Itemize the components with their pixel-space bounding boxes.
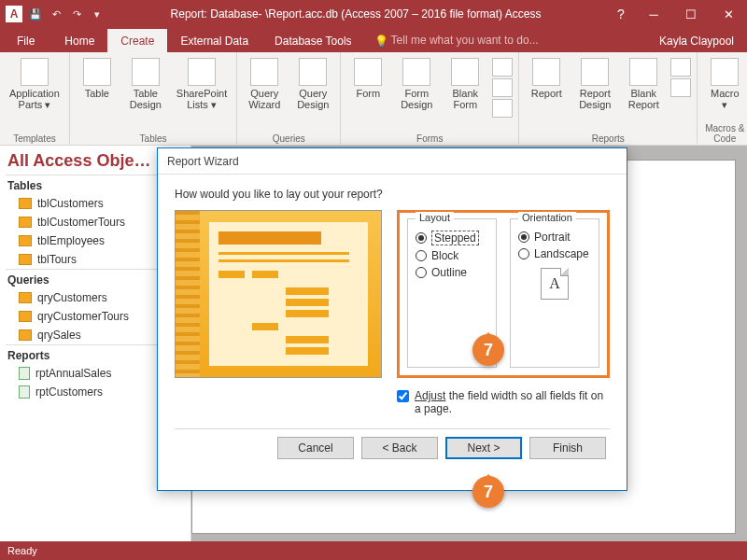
radio-portrait[interactable]: Portrait xyxy=(518,229,591,245)
table-button[interactable]: Table xyxy=(76,56,119,133)
report-wizard-dialog: Report Wizard How would you like to lay … xyxy=(157,147,627,491)
back-button[interactable]: < Back xyxy=(361,437,438,459)
group-queries: Queries xyxy=(273,133,305,144)
next-button[interactable]: Next > xyxy=(445,437,522,459)
orientation-preview-icon: A xyxy=(541,268,569,300)
tab-database-tools[interactable]: Database Tools xyxy=(261,29,365,52)
close-button[interactable]: ✕ xyxy=(710,0,747,28)
title-bar: A 💾 ↶ ↷ ▾ Report: Database- \Report.acc.… xyxy=(0,0,747,28)
user-name[interactable]: Kayla Claypool xyxy=(646,35,747,52)
app-icon: A xyxy=(6,6,22,22)
report-icon xyxy=(19,385,30,399)
tab-home[interactable]: Home xyxy=(51,29,107,52)
help-button[interactable]: ? xyxy=(607,7,635,21)
status-bar: Ready xyxy=(0,541,747,560)
cancel-button[interactable]: Cancel xyxy=(277,437,354,459)
radio-stepped[interactable]: Stepped xyxy=(416,229,488,247)
query-icon xyxy=(19,311,32,322)
group-macros: Macros & Code xyxy=(703,122,746,144)
radio-outline[interactable]: Outline xyxy=(416,264,488,281)
form-button[interactable]: Form xyxy=(346,56,389,133)
status-text: Ready xyxy=(7,545,37,556)
undo-icon[interactable]: ↶ xyxy=(49,7,63,21)
save-icon[interactable]: 💾 xyxy=(28,7,43,21)
dialog-question: How would you like to lay out your repor… xyxy=(175,188,610,201)
tell-me-search[interactable]: 💡 Tell me what you want to do... xyxy=(365,28,646,52)
report-icon xyxy=(19,367,30,380)
orientation-fieldset: Orientation Portrait Landscape A xyxy=(510,218,599,368)
layout-preview xyxy=(175,210,382,378)
tab-external-data[interactable]: External Data xyxy=(167,29,261,52)
report-button[interactable]: Report xyxy=(525,56,568,133)
table-icon xyxy=(19,235,32,246)
group-tables: Tables xyxy=(140,133,167,144)
callout-badge-next: 7 xyxy=(472,476,504,508)
reports-more[interactable] xyxy=(670,56,691,133)
table-icon xyxy=(19,254,32,265)
qat-dropdown-icon[interactable]: ▾ xyxy=(90,7,105,21)
ribbon-tabs: File Home Create External Data Database … xyxy=(0,28,747,52)
table-icon xyxy=(19,217,32,228)
adjust-width-input[interactable] xyxy=(397,390,409,402)
table-design-button[interactable]: TableDesign xyxy=(124,56,167,133)
form-design-button[interactable]: FormDesign xyxy=(395,56,438,133)
query-icon xyxy=(19,329,32,341)
tab-file[interactable]: File xyxy=(0,29,51,52)
radio-landscape[interactable]: Landscape xyxy=(518,245,591,262)
application-parts-button[interactable]: ApplicationParts ▾ xyxy=(6,56,63,133)
group-forms: Forms xyxy=(416,133,443,144)
query-icon xyxy=(19,292,32,303)
blank-report-button[interactable]: BlankReport xyxy=(622,56,665,133)
table-icon xyxy=(19,198,32,209)
dialog-title: Report Wizard xyxy=(158,148,627,175)
minimize-button[interactable]: ─ xyxy=(635,0,672,28)
query-design-button[interactable]: QueryDesign xyxy=(291,56,334,133)
group-reports: Reports xyxy=(592,133,625,144)
finish-button[interactable]: Finish xyxy=(529,437,606,459)
redo-icon[interactable]: ↷ xyxy=(69,7,84,21)
maximize-button[interactable]: ☐ xyxy=(672,0,710,28)
radio-block[interactable]: Block xyxy=(416,247,488,264)
blank-form-button[interactable]: BlankForm xyxy=(444,56,486,133)
window-title: Report: Database- \Report.acc.db (Access… xyxy=(105,7,607,21)
macro-button[interactable]: Macro▾ xyxy=(703,56,746,122)
sharepoint-lists-button[interactable]: SharePointLists ▾ xyxy=(173,56,231,133)
query-wizard-button[interactable]: QueryWizard xyxy=(243,56,286,133)
group-templates: Templates xyxy=(13,133,56,144)
forms-more[interactable] xyxy=(492,56,513,133)
adjust-width-checkbox[interactable]: Adjust the field width so all fields fit… xyxy=(175,378,610,421)
lightbulb-icon: 💡 xyxy=(374,35,386,46)
tab-create[interactable]: Create xyxy=(107,29,167,52)
callout-badge-options: 7 xyxy=(472,334,504,366)
ribbon: ApplicationParts ▾ Templates Table Table… xyxy=(0,52,747,146)
report-design-button[interactable]: ReportDesign xyxy=(573,56,616,133)
